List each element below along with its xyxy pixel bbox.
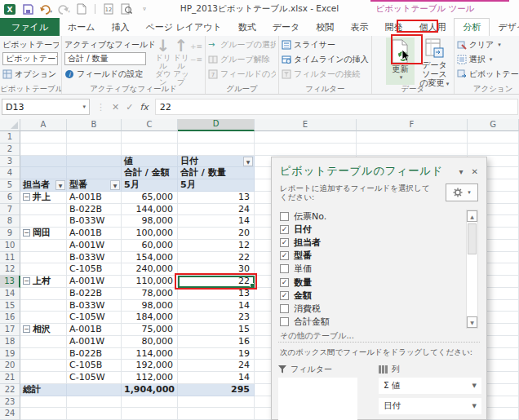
- field-checkbox[interactable]: [280, 264, 289, 273]
- cell-C9[interactable]: 100,000: [122, 228, 178, 240]
- cell-B9[interactable]: A-001B: [67, 228, 122, 240]
- cell-D9[interactable]: 20: [178, 228, 255, 240]
- cell-A6[interactable]: −井上: [20, 192, 67, 204]
- row-header-10[interactable]: 10: [0, 240, 20, 252]
- scroll-up-icon[interactable]: ▲: [467, 210, 477, 222]
- cell-C3[interactable]: 値: [122, 156, 178, 168]
- cell-B8[interactable]: B-033W: [67, 215, 122, 228]
- enter-entry-icon[interactable]: ✓: [126, 102, 133, 113]
- cancel-entry-icon[interactable]: ✕: [112, 102, 119, 113]
- tab-ファイル[interactable]: ファイル: [0, 18, 60, 36]
- cell-B17[interactable]: A-001B: [67, 324, 122, 336]
- move-pivottable-button[interactable]: ピボットテーブル: [457, 67, 519, 82]
- pane-close-icon[interactable]: ✕: [472, 167, 478, 176]
- field-item-伝票No.[interactable]: 伝票No.: [280, 210, 478, 223]
- cell-B21[interactable]: C-105W: [67, 372, 122, 384]
- field-item-数量[interactable]: ✓数量: [280, 276, 478, 289]
- cell-D2[interactable]: [178, 144, 255, 156]
- columns-item-dropdown-arrow[interactable]: ▼: [472, 403, 477, 409]
- cell-A12[interactable]: [20, 263, 67, 276]
- collapse-group-icon[interactable]: −: [23, 277, 30, 285]
- column-header-E[interactable]: E: [255, 119, 357, 131]
- cell-A11[interactable]: [20, 252, 67, 264]
- cell-D4[interactable]: 合計 / 数量: [178, 167, 255, 179]
- cell-A23[interactable]: [20, 396, 67, 409]
- field-item-担当者[interactable]: ✓担当者: [280, 236, 478, 249]
- cell-D16[interactable]: 23: [178, 312, 255, 324]
- cell-D19[interactable]: 19: [178, 348, 255, 360]
- cell-C8[interactable]: 98,000: [122, 215, 178, 228]
- clear-button[interactable]: クリア▾: [457, 38, 519, 52]
- scroll-down-icon[interactable]: ▼: [467, 316, 477, 328]
- field-item-消費税[interactable]: 消費税: [280, 302, 478, 315]
- cell-C16[interactable]: 184,000: [122, 312, 178, 324]
- cell-C4[interactable]: 合計 / 金額: [122, 167, 178, 179]
- row-header-12[interactable]: 12: [0, 263, 20, 276]
- row-header-17[interactable]: 17: [0, 324, 20, 336]
- collapse-group-icon[interactable]: −: [23, 325, 30, 333]
- cell-C1[interactable]: [122, 131, 178, 144]
- cell-G2[interactable]: [468, 144, 519, 156]
- drill-up-button[interactable]: ↑ ドリル アップ: [172, 38, 190, 86]
- undo-icon[interactable]: ▾: [39, 3, 52, 15]
- cell-B16[interactable]: C-105W: [67, 312, 122, 324]
- cell-D6[interactable]: 13: [178, 192, 255, 204]
- field-item-日付[interactable]: ✓日付: [280, 223, 478, 236]
- field-item-型番[interactable]: ✓型番: [280, 250, 478, 263]
- tab-分析[interactable]: 分析: [454, 18, 490, 36]
- cell-D1[interactable]: [178, 131, 255, 144]
- redo-icon[interactable]: ▾: [57, 3, 70, 15]
- name-box[interactable]: D13 ▾: [2, 99, 90, 115]
- cell-A17[interactable]: −相沢: [20, 324, 67, 336]
- cell-F1[interactable]: [357, 131, 468, 144]
- cell-D8[interactable]: 14: [178, 215, 255, 228]
- row-header-4[interactable]: 4: [0, 167, 20, 179]
- filters-dropzone[interactable]: [278, 378, 357, 420]
- tab-デザイン[interactable]: デザイン: [490, 18, 519, 36]
- tab-個人用[interactable]: 個人用: [410, 18, 454, 36]
- cell-A14[interactable]: [20, 288, 67, 300]
- row-header-24[interactable]: 24: [0, 408, 20, 420]
- field-checkbox[interactable]: [280, 212, 289, 221]
- cell-A8[interactable]: [20, 215, 67, 228]
- cell-B20[interactable]: C-105B: [67, 360, 122, 372]
- cell-F2[interactable]: [357, 144, 468, 156]
- name-box-dropdown-arrow[interactable]: ▾: [82, 104, 86, 110]
- tab-データ[interactable]: データ: [264, 18, 308, 36]
- page-number-icon[interactable]: 12: [102, 3, 115, 15]
- collapse-group-icon[interactable]: −: [23, 193, 30, 201]
- cell-A4[interactable]: [20, 167, 67, 179]
- cell-D3[interactable]: 日付▼: [178, 156, 255, 168]
- field-checkbox[interactable]: [280, 317, 289, 326]
- cell-C20[interactable]: 192,000: [122, 360, 178, 372]
- row-header-18[interactable]: 18: [0, 336, 20, 348]
- cell-C24[interactable]: [122, 408, 178, 420]
- cell-C6[interactable]: 65,000: [122, 192, 178, 204]
- cell-A5[interactable]: 担当者▼: [20, 179, 67, 192]
- cell-B3[interactable]: [67, 156, 122, 168]
- field-item-合計金額[interactable]: 合計金額: [280, 316, 478, 329]
- more-tables-link[interactable]: その他のテーブル...: [272, 329, 486, 339]
- cell-B6[interactable]: A-001B: [67, 192, 122, 204]
- cell-A13[interactable]: −上村: [20, 276, 67, 288]
- tab-開発[interactable]: 開発: [376, 18, 410, 36]
- cell-C21[interactable]: 112,000: [122, 372, 178, 384]
- cell-B24[interactable]: [67, 408, 122, 420]
- row-header-1[interactable]: 1: [0, 131, 20, 144]
- filter-dropdown-icon[interactable]: ▼: [55, 180, 65, 190]
- save-icon[interactable]: [21, 3, 34, 15]
- select-all-corner[interactable]: [0, 119, 20, 131]
- expand-field-icon[interactable]: +≡: [190, 42, 202, 51]
- cell-E1[interactable]: [255, 131, 357, 144]
- pivottable-name-input[interactable]: ピボットテーブル1: [2, 52, 58, 65]
- row-header-7[interactable]: 7: [0, 204, 20, 216]
- cell-C10[interactable]: 60,000: [122, 240, 178, 252]
- tab-ホーム[interactable]: ホーム: [60, 18, 104, 36]
- drill-down-button[interactable]: ↓ ドリル ダウン: [154, 38, 172, 86]
- cell-A16[interactable]: [20, 312, 67, 324]
- cell-B13[interactable]: A-001W: [67, 276, 122, 288]
- cell-A21[interactable]: [20, 372, 67, 384]
- cell-A18[interactable]: [20, 336, 67, 348]
- cell-E2[interactable]: [255, 144, 357, 156]
- scrollbar-thumb[interactable]: [468, 223, 477, 254]
